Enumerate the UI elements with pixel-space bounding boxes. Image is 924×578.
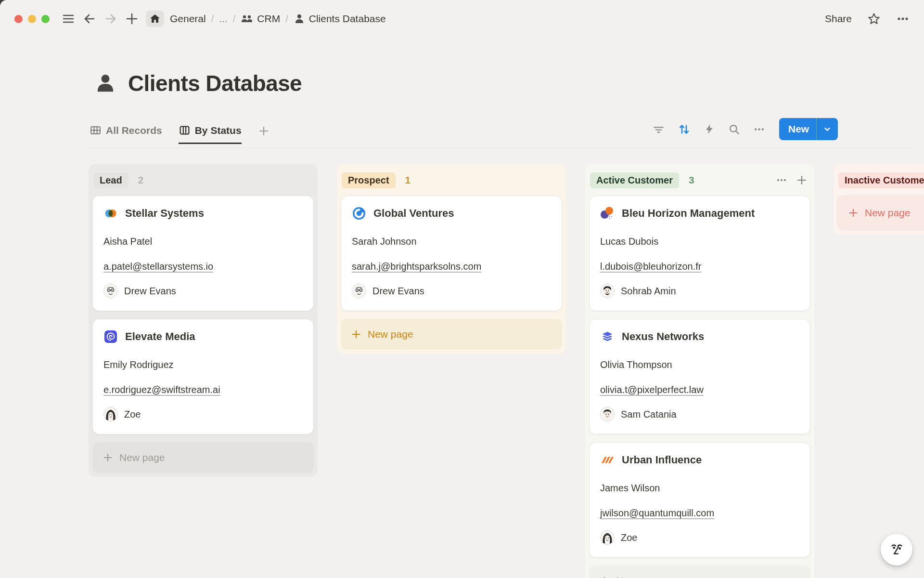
column-count: 2	[138, 174, 144, 186]
breadcrumb: General / ... / CRM / Clients Database	[170, 13, 386, 25]
card-stellar-systems[interactable]: Stellar Systems Aisha Patel a.patel@stel…	[92, 196, 314, 311]
contact-email-link[interactable]: olivia.t@pixelperfect.law	[600, 384, 704, 395]
company-name: Global Ventures	[373, 207, 454, 220]
contact-name: Emily Rodriguez	[103, 359, 303, 370]
contact-email-link[interactable]: e.rodriguez@swiftstream.ai	[103, 384, 220, 395]
column-prospect-header: Prospect 1	[342, 170, 559, 191]
card-title-row: Elevate Media	[103, 329, 303, 344]
breadcrumb-general[interactable]: General	[170, 13, 206, 25]
maximize-window-button[interactable]	[41, 15, 50, 23]
column-inactive-customer: Inactive Customer New page	[834, 164, 924, 234]
views-divider	[89, 147, 911, 148]
card-elevate-media[interactable]: Elevate Media Emily Rodriguez e.rodrigue…	[92, 319, 314, 434]
column-inactive-header: Inactive Customer	[838, 170, 924, 191]
company-name: Bleu Horizon Management	[622, 207, 755, 220]
column-actions	[776, 174, 808, 186]
breadcrumb-crm[interactable]: CRM	[241, 13, 280, 25]
search-icon[interactable]	[728, 123, 740, 135]
view-more-icon[interactable]	[753, 123, 765, 135]
contact-email-link[interactable]: a.patel@stellarsystems.io	[103, 261, 213, 272]
back-icon[interactable]	[82, 12, 97, 26]
avatar-drew-evans	[352, 284, 366, 298]
ai-assistant-button[interactable]	[881, 534, 912, 565]
card-title-row: Global Ventures	[352, 206, 551, 221]
owner-name: Drew Evans	[124, 286, 176, 297]
ai-face-icon	[887, 540, 906, 559]
status-badge[interactable]: Prospect	[342, 172, 396, 188]
avatar-drew-evans	[103, 284, 118, 298]
contact-email-link[interactable]: l.dubois@bleuhorizon.fr	[600, 261, 701, 272]
column-lead-header: Lead 2	[93, 170, 311, 191]
card-nexus-networks[interactable]: Nexus Networks Olivia Thompson olivia.t@…	[589, 319, 810, 434]
layers-icon	[600, 329, 615, 344]
card-global-ventures[interactable]: Global Ventures Sarah Johnson sarah.j@br…	[341, 196, 562, 311]
owner-name: Sohrab Amin	[621, 286, 676, 297]
new-record-button[interactable]: New	[779, 118, 838, 140]
avatar-sam-catania	[600, 407, 615, 421]
people-icon	[241, 13, 253, 25]
new-page-button[interactable]: New page	[837, 196, 924, 230]
contact-email-link[interactable]: jwilson@quantumquill.com	[600, 507, 714, 519]
minimize-window-button[interactable]	[28, 15, 36, 23]
avatar-sohrab-amin	[600, 284, 615, 298]
add-view-icon[interactable]	[258, 124, 270, 143]
plus-icon	[351, 329, 361, 340]
card-bleu-horizon[interactable]: Bleu Horizon Management Lucas Dubois l.d…	[589, 196, 810, 311]
plus-icon	[103, 452, 113, 463]
contact-name: Olivia Thompson	[600, 359, 799, 370]
favorite-star-icon[interactable]	[867, 12, 881, 26]
column-lead: Lead 2 Stellar Systems Aisha Patel a.pat…	[89, 164, 318, 477]
card-title-row: Urban Influence	[600, 452, 799, 468]
share-button[interactable]: Share	[825, 13, 852, 25]
automation-lightning-icon[interactable]	[704, 123, 715, 135]
new-page-button[interactable]: New page	[589, 565, 810, 578]
contact-email-link[interactable]: sarah.j@brightsparksolns.com	[352, 261, 481, 272]
company-name: Stellar Systems	[125, 207, 204, 220]
forward-icon[interactable]	[103, 12, 118, 26]
column-count: 1	[405, 174, 411, 186]
owner-name: Zoe	[124, 409, 141, 420]
owner-name: Sam Catania	[621, 409, 677, 420]
chevron-down-icon[interactable]	[817, 125, 838, 133]
more-options-icon[interactable]	[896, 12, 910, 26]
breadcrumb-clients-database[interactable]: Clients Database	[294, 13, 386, 25]
view-controls: New	[653, 118, 838, 141]
card-title-row: Stellar Systems	[103, 206, 303, 221]
table-view-icon	[90, 124, 102, 136]
new-page-button[interactable]: New page	[92, 442, 314, 473]
tab-all-records[interactable]: All Records	[90, 124, 162, 143]
filter-icon[interactable]	[653, 123, 665, 135]
board-view-icon	[179, 124, 191, 136]
view-tabs: All Records By Status	[90, 124, 270, 144]
tab-by-status[interactable]: By Status	[179, 124, 242, 144]
sidebar-menu-icon[interactable]	[61, 12, 76, 26]
spiral-icon	[103, 329, 118, 344]
page-title[interactable]: Clients Database	[128, 70, 302, 96]
close-window-button[interactable]	[14, 15, 23, 23]
person-icon	[94, 72, 116, 94]
home-icon[interactable]	[146, 11, 164, 27]
owner-row: Drew Evans	[103, 284, 303, 298]
avatar-zoe	[103, 407, 118, 421]
status-badge[interactable]: Lead	[93, 172, 128, 188]
plus-icon	[599, 576, 610, 578]
new-page-button[interactable]: New page	[341, 319, 562, 350]
ring-swirl-icon	[352, 206, 366, 221]
breadcrumb-collapsed[interactable]: ...	[219, 13, 228, 25]
status-badge[interactable]: Inactive Customer	[838, 172, 924, 188]
contact-name: Lucas Dubois	[600, 236, 799, 247]
toolbar: General / ... / CRM / Clients Database S…	[0, 0, 924, 38]
kanban-board: Lead 2 Stellar Systems Aisha Patel a.pat…	[89, 164, 924, 578]
status-badge[interactable]: Active Customer	[590, 172, 679, 188]
breadcrumb-separator: /	[285, 13, 288, 25]
sort-icon[interactable]	[678, 123, 691, 136]
owner-name: Drew Evans	[372, 286, 424, 297]
column-active-customer: Active Customer 3 Bleu Horizon Mana	[585, 164, 814, 578]
column-add-card-icon[interactable]	[796, 174, 808, 186]
new-tab-icon[interactable]	[125, 12, 139, 26]
card-urban-influence[interactable]: Urban Influence James Wilson jwilson@qua…	[589, 442, 810, 558]
column-more-icon[interactable]	[776, 174, 787, 186]
breadcrumb-separator: /	[233, 13, 236, 25]
company-name: Urban Influence	[622, 454, 702, 466]
column-prospect: Prospect 1 Global Ventures Sarah Johnson…	[337, 164, 566, 354]
